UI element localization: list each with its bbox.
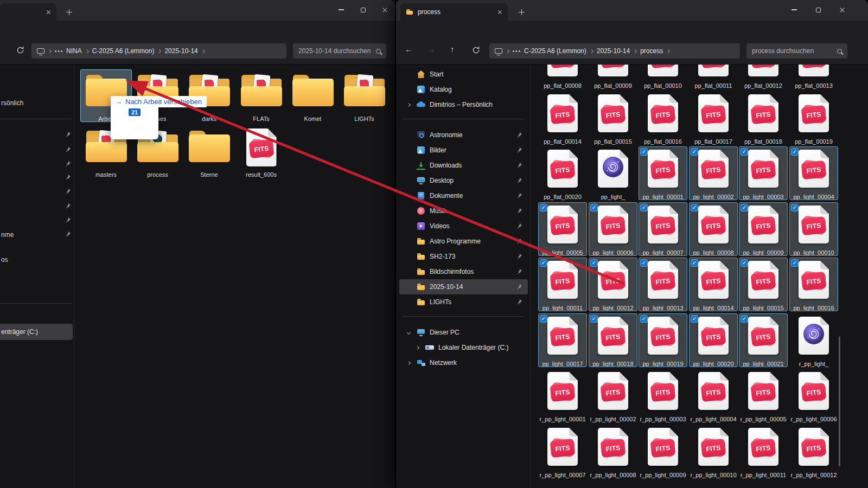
search-input[interactable]: process durchsuchen [746,43,847,59]
file-tile[interactable]: FITSpp_flat_00016 [639,91,687,145]
file-tile[interactable]: FITSpp_light_00003✓ [739,146,788,200]
file-tile[interactable]: FITSpp_light_00006✓ [589,202,637,256]
file-tile[interactable]: FITSpp_flat_00009 [589,65,637,89]
file-tile[interactable]: r_pp_light_ [789,313,838,367]
tab-close-icon[interactable] [497,10,502,15]
file-tile[interactable]: FITSpp_light_00010✓ [789,202,838,256]
breadcrumb-segment[interactable]: 2025-10-14 [597,47,630,55]
file-tile[interactable]: Komet [287,69,339,122]
checkbox-checked-icon[interactable]: ✓ [791,204,799,211]
file-tile[interactable]: FITSpp_light_00015✓ [739,258,788,311]
back-icon[interactable]: ← [405,44,413,54]
breadcrumb[interactable]: NINAC-2025 A6 (Lemmon)2025-10-14 [31,43,286,59]
up-icon[interactable]: ↑ [450,44,455,54]
tab-active[interactable] [0,3,56,21]
file-tile[interactable]: FITSr_pp_light_00011 [739,425,788,478]
file-tile[interactable]: FITSr_pp_light_00007 [538,425,587,478]
breadcrumb-overflow-icon[interactable] [55,50,62,52]
checkbox-checked-icon[interactable]: ✓ [741,315,748,323]
breadcrumb-overflow-icon[interactable] [513,50,520,52]
checkbox-checked-icon[interactable]: ✓ [691,315,698,323]
checkbox-checked-icon[interactable]: ✓ [741,148,748,156]
file-tile[interactable]: FITSpp_light_00018✓ [589,313,637,367]
file-tile[interactable]: FITSpp_flat_00008 [538,65,587,89]
minimize-button[interactable] [331,1,352,18]
file-tile[interactable]: FITSpp_light_00013✓ [639,258,687,311]
checkbox-checked-icon[interactable]: ✓ [640,315,648,323]
checkbox-checked-icon[interactable]: ✓ [741,204,748,211]
checkbox-checked-icon[interactable]: ✓ [791,259,799,267]
file-tile[interactable]: FITSpp_light_00007✓ [639,202,687,256]
file-tile[interactable]: FITSpp_light_00001✓ [639,146,687,200]
file-tile[interactable]: FITSpp_light_00016✓ [789,258,838,311]
file-tile[interactable]: FITSr_pp_light_00002 [589,369,637,422]
tab-close-icon[interactable] [46,10,51,15]
scrollbar[interactable] [839,336,840,466]
breadcrumb-segment[interactable]: C-2025 A6 (Lemmon) [92,47,155,55]
file-tile[interactable]: FITSpp_light_00019✓ [639,313,687,367]
checkbox-checked-icon[interactable]: ✓ [540,204,547,211]
file-tile[interactable]: FITSpp_flat_00011 [689,65,738,89]
file-tile[interactable]: FITSr_pp_light_00003 [639,369,687,422]
file-tile[interactable]: pp_light_ [589,146,637,200]
maximize-button[interactable] [353,1,373,18]
file-tile[interactable]: FITSpp_light_00011✓ [538,258,587,311]
refresh-icon[interactable] [472,46,480,54]
file-tile[interactable]: FITSpp_flat_00012 [739,65,788,89]
checkbox-checked-icon[interactable]: ✓ [540,315,547,323]
file-tile[interactable]: FITSpp_flat_00019 [789,91,838,145]
file-tile[interactable]: FITSr_pp_light_00001 [538,369,587,422]
file-tile[interactable]: FITSpp_light_00002✓ [689,146,738,200]
breadcrumb-segment[interactable]: C-2025 A6 (Lemmon) [524,47,586,55]
sidebar-item-fragment[interactable]: rsönlich [1,99,23,107]
file-tile[interactable]: FITSpp_flat_00017 [689,91,738,145]
close-button[interactable] [374,1,395,18]
maximize-button[interactable] [808,1,828,18]
checkbox-checked-icon[interactable]: ✓ [540,259,547,267]
file-tile[interactable]: FITSr_pp_light_00009 [639,425,687,478]
file-tile[interactable]: FLATs [235,69,287,122]
file-tile[interactable]: Sterne [183,125,235,178]
file-tile[interactable]: LIGHTs [339,69,390,122]
search-input[interactable]: 2025-10-14 durchsuchen [293,43,386,59]
file-tile[interactable]: FITSresult_600s [235,125,287,178]
breadcrumb-segment[interactable]: 2025-10-14 [164,47,197,55]
file-tile[interactable]: FITSr_pp_light_00004 [689,369,738,422]
file-tile[interactable]: FITSpp_flat_00018 [739,91,788,145]
file-tile[interactable]: FITSr_pp_light_00012 [789,425,838,478]
file-tile[interactable]: FITSpp_light_00017✓ [538,313,587,367]
checkbox-checked-icon[interactable]: ✓ [691,204,698,211]
checkbox-checked-icon[interactable]: ✓ [590,259,598,267]
file-tile[interactable]: FITSpp_light_00005✓ [538,202,587,256]
checkbox-checked-icon[interactable]: ✓ [791,148,799,156]
file-tile[interactable]: FITSpp_flat_00010 [639,65,687,89]
file-tile[interactable]: FITSpp_light_00009✓ [739,202,788,256]
file-tile[interactable]: FITSr_pp_light_00010 [689,425,738,478]
file-tile[interactable]: FITSpp_flat_00014 [538,91,587,145]
checkbox-checked-icon[interactable]: ✓ [640,259,648,267]
tab-active[interactable]: process [400,3,508,21]
forward-icon[interactable]: → [427,44,436,54]
file-tile[interactable]: FITSpp_flat_00013 [789,65,838,89]
file-tile[interactable]: FITSpp_light_00012✓ [589,258,637,311]
file-tile[interactable]: FITSpp_light_00014✓ [689,258,738,311]
checkbox-checked-icon[interactable]: ✓ [640,148,648,156]
breadcrumb[interactable]: C-2025 A6 (Lemmon)2025-10-14process [489,43,740,59]
file-tile[interactable]: FITSpp_light_00008✓ [689,202,738,256]
checkbox-checked-icon[interactable]: ✓ [741,259,748,267]
file-tile[interactable]: FITSpp_flat_00020 [538,146,587,200]
new-tab-button[interactable] [59,3,79,21]
file-tile[interactable]: FITSpp_flat_00015 [589,91,637,145]
file-tile[interactable]: FITSr_pp_light_00005 [739,369,788,422]
checkbox-checked-icon[interactable]: ✓ [691,259,698,267]
minimize-button[interactable] [784,1,805,18]
checkbox-checked-icon[interactable]: ✓ [640,204,648,211]
checkbox-checked-icon[interactable]: ✓ [590,315,598,323]
file-tile[interactable]: FITSpp_light_00021✓ [739,313,788,367]
file-tile[interactable]: FITSpp_light_00004✓ [789,146,838,200]
close-button[interactable] [832,1,852,18]
file-tile[interactable]: FITSr_pp_light_00008 [589,425,637,478]
sidebar-item-local-disk[interactable]: enträger (C:) [0,324,73,340]
new-tab-button[interactable] [511,3,532,21]
sidebar-item-fragment[interactable]: os [1,256,8,264]
